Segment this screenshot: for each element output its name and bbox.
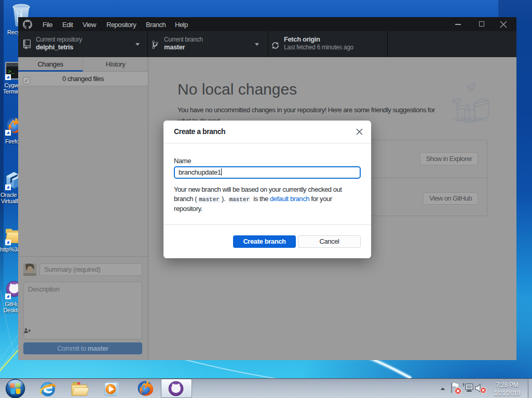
svg-text:>_: >_ <box>8 69 15 75</box>
